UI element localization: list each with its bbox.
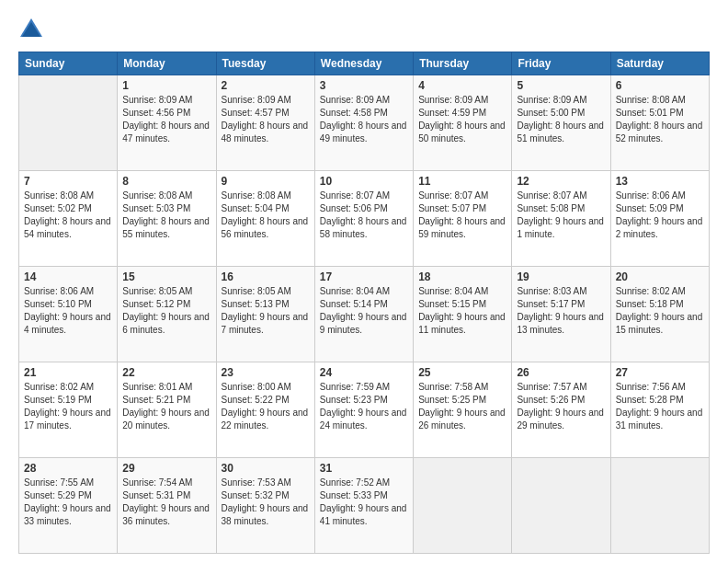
day-info: Sunrise: 8:00 AMSunset: 5:22 PMDaylight:… <box>222 381 310 432</box>
calendar-body: 1Sunrise: 8:09 AMSunset: 4:56 PMDaylight… <box>19 75 710 554</box>
day-info: Sunrise: 8:09 AMSunset: 4:58 PMDaylight:… <box>320 94 408 145</box>
day-number: 25 <box>418 366 506 379</box>
calendar-cell: 31Sunrise: 7:52 AMSunset: 5:33 PMDayligh… <box>314 458 413 554</box>
day-number: 17 <box>320 270 408 283</box>
day-number: 22 <box>122 366 210 379</box>
calendar-cell: 8Sunrise: 8:08 AMSunset: 5:03 PMDaylight… <box>118 171 216 267</box>
day-number: 7 <box>24 175 112 188</box>
calendar-cell: 25Sunrise: 7:58 AMSunset: 5:25 PMDayligh… <box>414 362 512 458</box>
calendar-cell: 12Sunrise: 8:07 AMSunset: 5:08 PMDayligh… <box>512 171 610 267</box>
day-number: 26 <box>517 366 605 379</box>
day-info: Sunrise: 7:57 AMSunset: 5:26 PMDaylight:… <box>517 381 605 432</box>
calendar-cell: 17Sunrise: 8:04 AMSunset: 5:14 PMDayligh… <box>314 267 413 362</box>
day-number: 12 <box>517 175 605 188</box>
logo-icon <box>18 17 44 42</box>
calendar-cell <box>512 458 610 554</box>
week-row-1: 7Sunrise: 8:08 AMSunset: 5:02 PMDaylight… <box>19 171 710 267</box>
calendar-cell: 10Sunrise: 8:07 AMSunset: 5:06 PMDayligh… <box>314 171 413 267</box>
weekday-header-friday: Friday <box>512 52 610 75</box>
day-info: Sunrise: 7:54 AMSunset: 5:31 PMDaylight:… <box>122 477 210 528</box>
day-number: 20 <box>616 270 704 283</box>
day-info: Sunrise: 8:08 AMSunset: 5:03 PMDaylight:… <box>122 190 210 241</box>
calendar-cell: 14Sunrise: 8:06 AMSunset: 5:10 PMDayligh… <box>19 267 118 362</box>
calendar-cell: 26Sunrise: 7:57 AMSunset: 5:26 PMDayligh… <box>512 362 610 458</box>
day-info: Sunrise: 8:04 AMSunset: 5:14 PMDaylight:… <box>320 285 408 337</box>
calendar-header: SundayMondayTuesdayWednesdayThursdayFrid… <box>19 52 710 75</box>
day-number: 31 <box>320 462 408 475</box>
day-number: 3 <box>320 79 408 92</box>
day-info: Sunrise: 8:09 AMSunset: 5:00 PMDaylight:… <box>517 94 605 145</box>
day-number: 24 <box>320 366 408 379</box>
day-number: 15 <box>122 270 210 283</box>
calendar-cell: 11Sunrise: 8:07 AMSunset: 5:07 PMDayligh… <box>414 171 512 267</box>
day-number: 23 <box>222 366 310 379</box>
weekday-header-tuesday: Tuesday <box>216 52 314 75</box>
day-number: 16 <box>222 270 310 283</box>
day-number: 29 <box>122 462 210 475</box>
week-row-4: 28Sunrise: 7:55 AMSunset: 5:29 PMDayligh… <box>19 458 710 554</box>
day-info: Sunrise: 8:05 AMSunset: 5:12 PMDaylight:… <box>122 285 210 337</box>
week-row-0: 1Sunrise: 8:09 AMSunset: 4:56 PMDaylight… <box>19 75 710 171</box>
calendar-cell: 16Sunrise: 8:05 AMSunset: 5:13 PMDayligh… <box>216 267 314 362</box>
day-number: 21 <box>24 366 112 379</box>
weekday-header-saturday: Saturday <box>610 52 709 75</box>
logo <box>18 17 48 42</box>
calendar-cell: 28Sunrise: 7:55 AMSunset: 5:29 PMDayligh… <box>19 458 118 554</box>
calendar-cell <box>610 458 709 554</box>
day-number: 9 <box>222 175 310 188</box>
day-number: 19 <box>517 270 605 283</box>
day-number: 2 <box>222 79 310 92</box>
day-info: Sunrise: 8:09 AMSunset: 4:56 PMDaylight:… <box>122 94 210 145</box>
day-info: Sunrise: 8:08 AMSunset: 5:04 PMDaylight:… <box>222 190 310 241</box>
calendar-cell: 5Sunrise: 8:09 AMSunset: 5:00 PMDaylight… <box>512 75 610 171</box>
day-number: 30 <box>222 462 310 475</box>
day-number: 5 <box>517 79 605 92</box>
calendar-cell: 23Sunrise: 8:00 AMSunset: 5:22 PMDayligh… <box>216 362 314 458</box>
calendar-cell: 15Sunrise: 8:05 AMSunset: 5:12 PMDayligh… <box>118 267 216 362</box>
calendar-cell: 24Sunrise: 7:59 AMSunset: 5:23 PMDayligh… <box>314 362 413 458</box>
day-info: Sunrise: 8:02 AMSunset: 5:18 PMDaylight:… <box>616 285 704 337</box>
weekday-header-sunday: Sunday <box>19 52 118 75</box>
calendar-cell: 20Sunrise: 8:02 AMSunset: 5:18 PMDayligh… <box>610 267 709 362</box>
calendar-cell: 27Sunrise: 7:56 AMSunset: 5:28 PMDayligh… <box>610 362 709 458</box>
day-number: 4 <box>418 79 506 92</box>
calendar-cell: 18Sunrise: 8:04 AMSunset: 5:15 PMDayligh… <box>414 267 512 362</box>
calendar-cell: 7Sunrise: 8:08 AMSunset: 5:02 PMDaylight… <box>19 171 118 267</box>
day-info: Sunrise: 8:05 AMSunset: 5:13 PMDaylight:… <box>222 285 310 337</box>
day-number: 8 <box>122 175 210 188</box>
page: SundayMondayTuesdayWednesdayThursdayFrid… <box>0 0 728 563</box>
calendar-cell: 1Sunrise: 8:09 AMSunset: 4:56 PMDaylight… <box>118 75 216 171</box>
day-info: Sunrise: 7:52 AMSunset: 5:33 PMDaylight:… <box>320 477 408 528</box>
calendar-cell: 4Sunrise: 8:09 AMSunset: 4:59 PMDaylight… <box>414 75 512 171</box>
day-info: Sunrise: 8:08 AMSunset: 5:01 PMDaylight:… <box>616 94 704 145</box>
day-info: Sunrise: 8:06 AMSunset: 5:10 PMDaylight:… <box>24 285 112 337</box>
calendar-cell: 3Sunrise: 8:09 AMSunset: 4:58 PMDaylight… <box>314 75 413 171</box>
day-info: Sunrise: 8:09 AMSunset: 4:57 PMDaylight:… <box>222 94 310 145</box>
day-number: 14 <box>24 270 112 283</box>
calendar-cell: 30Sunrise: 7:53 AMSunset: 5:32 PMDayligh… <box>216 458 314 554</box>
day-info: Sunrise: 8:07 AMSunset: 5:08 PMDaylight:… <box>517 190 605 241</box>
weekday-header-wednesday: Wednesday <box>314 52 413 75</box>
calendar-table: SundayMondayTuesdayWednesdayThursdayFrid… <box>18 52 710 554</box>
day-number: 28 <box>24 462 112 475</box>
day-info: Sunrise: 7:53 AMSunset: 5:32 PMDaylight:… <box>222 477 310 528</box>
week-row-3: 21Sunrise: 8:02 AMSunset: 5:19 PMDayligh… <box>19 362 710 458</box>
day-number: 27 <box>616 366 704 379</box>
day-info: Sunrise: 7:55 AMSunset: 5:29 PMDaylight:… <box>24 477 112 528</box>
calendar-cell <box>414 458 512 554</box>
day-number: 1 <box>122 79 210 92</box>
day-number: 10 <box>320 175 408 188</box>
calendar-cell: 6Sunrise: 8:08 AMSunset: 5:01 PMDaylight… <box>610 75 709 171</box>
day-info: Sunrise: 7:58 AMSunset: 5:25 PMDaylight:… <box>418 381 506 432</box>
header <box>18 17 710 42</box>
day-info: Sunrise: 8:09 AMSunset: 4:59 PMDaylight:… <box>418 94 506 145</box>
day-info: Sunrise: 7:56 AMSunset: 5:28 PMDaylight:… <box>616 381 704 432</box>
calendar-cell: 2Sunrise: 8:09 AMSunset: 4:57 PMDaylight… <box>216 75 314 171</box>
day-info: Sunrise: 8:07 AMSunset: 5:06 PMDaylight:… <box>320 190 408 241</box>
calendar-cell: 9Sunrise: 8:08 AMSunset: 5:04 PMDaylight… <box>216 171 314 267</box>
weekday-header-thursday: Thursday <box>414 52 512 75</box>
calendar-cell: 22Sunrise: 8:01 AMSunset: 5:21 PMDayligh… <box>118 362 216 458</box>
day-info: Sunrise: 8:06 AMSunset: 5:09 PMDaylight:… <box>616 190 704 241</box>
day-info: Sunrise: 8:04 AMSunset: 5:15 PMDaylight:… <box>418 285 506 337</box>
day-info: Sunrise: 8:02 AMSunset: 5:19 PMDaylight:… <box>24 381 112 432</box>
